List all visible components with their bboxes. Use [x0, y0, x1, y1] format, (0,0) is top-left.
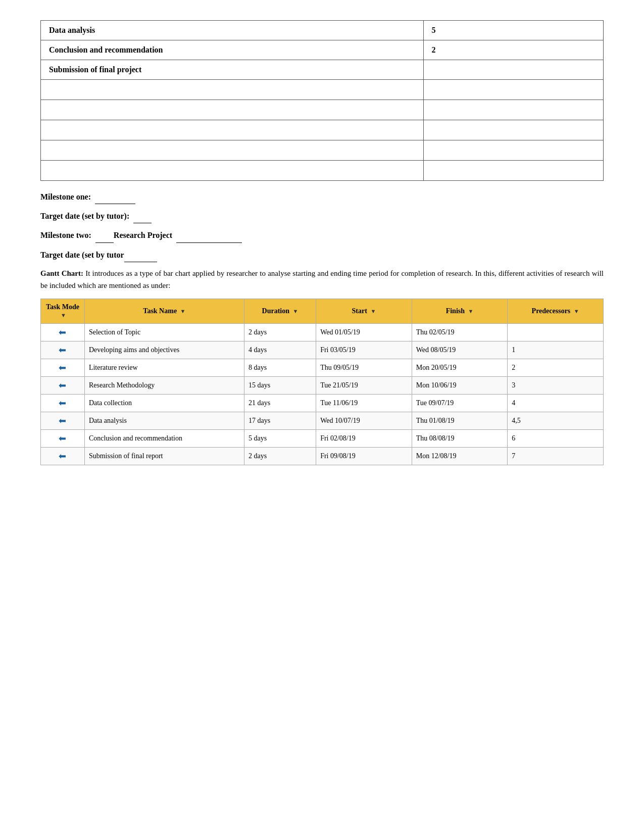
top-table-empty-row [41, 80, 604, 100]
th-duration[interactable]: Duration ▼ [244, 299, 316, 323]
gantt-description: Gantt Chart: It introduces as a type of … [40, 267, 604, 291]
finish-arrow-icon: ▼ [468, 308, 474, 314]
task-mode-cell: ➡ [41, 447, 85, 465]
predecessors-cell: 4 [508, 394, 604, 412]
gantt-row: ➡Conclusion and recommendation5 daysFri … [41, 429, 604, 447]
top-table-empty-row [41, 100, 604, 120]
top-table-row: Submission of final project [41, 60, 604, 80]
finish-cell: Mon 10/06/19 [412, 376, 508, 394]
duration-cell: 15 days [244, 376, 316, 394]
top-table-row: Data analysis5 [41, 21, 604, 40]
predecessors-cell: 6 [508, 429, 604, 447]
task-name-cell: Submission of final report [84, 447, 244, 465]
start-cell: Fri 02/08/19 [316, 429, 412, 447]
task-mode-cell: ➡ [41, 376, 85, 394]
gantt-label: Gantt Chart: [40, 269, 83, 277]
gantt-row: ➡Literature review8 daysThu 09/05/19Mon … [41, 359, 604, 376]
milestone-one-label: Milestone one: [40, 192, 91, 201]
gantt-text: It introduces as a type of bar chart app… [40, 269, 604, 289]
finish-cell: Mon 12/08/19 [412, 447, 508, 465]
task-mode-cell: ➡ [41, 394, 85, 412]
predecessors-arrow-icon: ▼ [574, 308, 579, 314]
finish-cell: Thu 01/08/19 [412, 412, 508, 429]
th-start[interactable]: Start ▼ [316, 299, 412, 323]
task-mode-cell: ➡ [41, 341, 85, 359]
task-mode-cell: ➡ [41, 412, 85, 429]
task-name-cell: Research Methodology [84, 376, 244, 394]
task-name-arrow-icon: ▼ [180, 308, 186, 314]
task-mode-icon: ➡ [59, 415, 66, 426]
top-table-label: Data analysis [41, 21, 424, 40]
task-name-cell: Literature review [84, 359, 244, 376]
gantt-table: Task Mode ▼ Task Name ▼ Duration ▼ Start… [40, 299, 604, 465]
predecessors-cell: 4,5 [508, 412, 604, 429]
top-table-value [423, 60, 603, 80]
start-cell: Wed 01/05/19 [316, 323, 412, 341]
th-task-name[interactable]: Task Name ▼ [84, 299, 244, 323]
milestone-one-line: Milestone one: [40, 190, 604, 204]
task-mode-icon: ➡ [59, 451, 66, 462]
predecessors-cell: 7 [508, 447, 604, 465]
finish-cell: Thu 02/05/19 [412, 323, 508, 341]
gantt-row: ➡Developing aims and objectives4 daysFri… [41, 341, 604, 359]
finish-cell: Mon 20/05/19 [412, 359, 508, 376]
top-table-value: 2 [423, 40, 603, 60]
milestone-section: Milestone one: Target date (set by tutor… [40, 190, 604, 262]
top-table-row: Conclusion and recommendation2 [41, 40, 604, 60]
predecessors-cell: 3 [508, 376, 604, 394]
task-mode-icon: ➡ [59, 398, 66, 409]
duration-arrow-icon: ▼ [293, 308, 299, 314]
target-date-two-label: Target date (set by tutor [40, 251, 124, 259]
task-name-cell: Developing aims and objectives [84, 341, 244, 359]
top-table-value: 5 [423, 21, 603, 40]
top-table-label: Conclusion and recommendation [41, 40, 424, 60]
task-mode-icon: ➡ [59, 380, 66, 391]
top-summary-table: Data analysis5Conclusion and recommendat… [40, 20, 604, 181]
start-cell: Fri 09/08/19 [316, 447, 412, 465]
duration-cell: 2 days [244, 323, 316, 341]
gantt-row: ➡Research Methodology15 daysTue 21/05/19… [41, 376, 604, 394]
start-arrow-icon: ▼ [370, 308, 376, 314]
gantt-header-row: Task Mode ▼ Task Name ▼ Duration ▼ Start… [41, 299, 604, 323]
top-table-label: Submission of final project [41, 60, 424, 80]
task-name-cell: Data collection [84, 394, 244, 412]
milestone-two-line: Milestone two: Research Project [40, 228, 604, 242]
finish-cell: Wed 08/05/19 [412, 341, 508, 359]
th-predecessors[interactable]: Predecessors ▼ [508, 299, 604, 323]
duration-cell: 8 days [244, 359, 316, 376]
top-table-empty-row [41, 161, 604, 181]
top-table-empty-row [41, 120, 604, 140]
milestone-two-middle: Research Project [114, 231, 172, 239]
task-mode-icon: ➡ [59, 433, 66, 444]
task-mode-arrow-icon: ▼ [61, 312, 66, 318]
start-cell: Thu 09/05/19 [316, 359, 412, 376]
target-date-two-blank [124, 248, 157, 262]
th-task-mode[interactable]: Task Mode ▼ [41, 299, 85, 323]
duration-cell: 2 days [244, 447, 316, 465]
task-name-cell: Data analysis [84, 412, 244, 429]
task-mode-icon: ➡ [59, 327, 66, 338]
start-cell: Wed 10/07/19 [316, 412, 412, 429]
gantt-row: ➡Data analysis17 daysWed 10/07/19Thu 01/… [41, 412, 604, 429]
milestone-two-blank1 [95, 228, 114, 242]
start-cell: Tue 11/06/19 [316, 394, 412, 412]
duration-cell: 17 days [244, 412, 316, 429]
target-date-one-blank [133, 209, 152, 223]
target-date-one-line: Target date (set by tutor): [40, 209, 604, 223]
task-mode-icon: ➡ [59, 362, 66, 373]
th-finish[interactable]: Finish ▼ [412, 299, 508, 323]
task-name-cell: Selection of Topic [84, 323, 244, 341]
finish-cell: Tue 09/07/19 [412, 394, 508, 412]
gantt-row: ➡Submission of final report2 daysFri 09/… [41, 447, 604, 465]
task-mode-cell: ➡ [41, 359, 85, 376]
predecessors-cell [508, 323, 604, 341]
task-mode-cell: ➡ [41, 323, 85, 341]
milestone-two-blank2 [176, 228, 242, 242]
task-mode-cell: ➡ [41, 429, 85, 447]
duration-cell: 5 days [244, 429, 316, 447]
finish-cell: Thu 08/08/19 [412, 429, 508, 447]
task-name-cell: Conclusion and recommendation [84, 429, 244, 447]
milestone-two-prefix: Milestone two: [40, 231, 91, 239]
target-date-one-label: Target date (set by tutor): [40, 212, 129, 220]
gantt-row: ➡Selection of Topic2 daysWed 01/05/19Thu… [41, 323, 604, 341]
